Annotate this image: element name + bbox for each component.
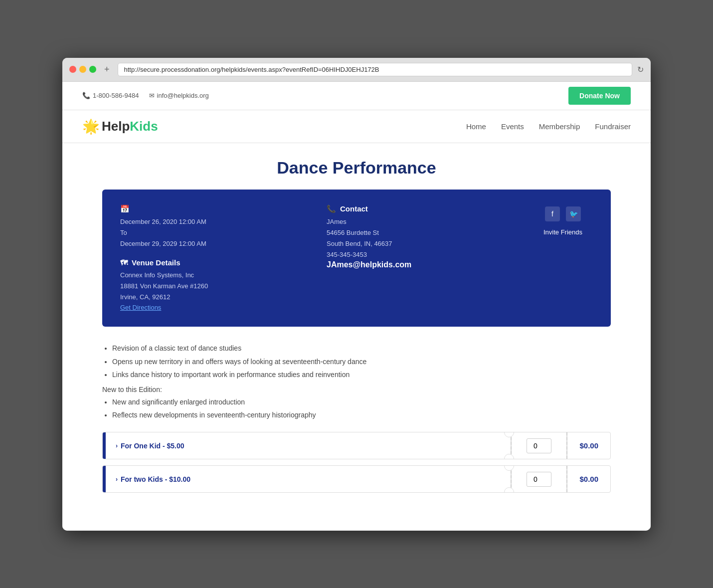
ticket-qty-1 (512, 438, 566, 453)
top-bar: 📞 1-800-586-9484 ✉ info@helpkids.org Don… (62, 82, 651, 110)
bullet-1: Revision of a classic text of dance stud… (112, 342, 611, 355)
map-icon: 🗺 (120, 258, 128, 267)
page-content: 📞 1-800-586-9484 ✉ info@helpkids.org Don… (62, 82, 651, 531)
date-end: December 29, 2029 12:00 AM (120, 238, 307, 249)
ticket-price-1: $0.00 (567, 432, 610, 459)
logo-help: Help (102, 119, 130, 134)
bullet-2: Opens up new territory in and offers way… (112, 355, 611, 369)
bullet-list: Revision of a classic text of dance stud… (102, 342, 611, 382)
new-tab-button[interactable]: + (101, 64, 113, 75)
logo-icon: 🌟 (82, 118, 100, 135)
email-contact: ✉ info@helpkids.org (149, 92, 209, 99)
social-icons: f 🐦 (545, 206, 581, 221)
traffic-lights (69, 66, 96, 73)
logo-text: HelpKids (102, 119, 158, 134)
venue-address1: 18881 Von Karman Ave #1260 (120, 281, 307, 292)
bullet-3: Links dance history to important work in… (112, 368, 611, 382)
phone-icon: 📞 (82, 92, 90, 99)
ticket-row-1: › For One Kid - $5.00 $0.00 (102, 432, 611, 459)
chevron-icon: › (116, 442, 118, 449)
contact-name: JAmes (327, 216, 513, 227)
bullet-5: Reflects new developments in seventeenth… (112, 408, 611, 422)
nav-bar: 🌟 HelpKids Home Events Membership Fundra… (62, 110, 651, 143)
minimize-button[interactable] (79, 66, 86, 73)
twitter-icon[interactable]: 🐦 (566, 206, 581, 221)
ticket-circle-bottom-2 (504, 487, 514, 493)
contact-title: 📞 Contact (327, 204, 513, 213)
ticket-label-2: › For two Kids - $10.00 (106, 466, 511, 492)
venue-address2: Irvine, CA, 92612 (120, 292, 307, 303)
donate-now-button[interactable]: Donate Now (568, 87, 631, 105)
date-section: 📅 (120, 204, 307, 213)
phone-contact: 📞 1-800-586-9484 (82, 92, 139, 99)
get-directions-link[interactable]: Get Directions (120, 304, 161, 311)
nav-events[interactable]: Events (501, 122, 524, 131)
nav-home[interactable]: Home (466, 122, 486, 131)
ticket-circle-bottom (504, 454, 514, 459)
info-card: 📅 December 26, 2020 12:00 AM To December… (102, 190, 611, 327)
contact-email: JAmes@helpkids.com (327, 260, 513, 269)
nav-fundraiser[interactable]: Fundraiser (595, 122, 631, 131)
close-button[interactable] (69, 66, 76, 73)
ticket-row-2: › For two Kids - $10.00 $0.00 (102, 465, 611, 493)
invite-friends[interactable]: Invite Friends (543, 228, 582, 236)
event-title: Dance Performance (102, 158, 611, 178)
social-col: f 🐦 Invite Friends (533, 204, 593, 312)
contact-addr2: South Bend, IN, 46637 (327, 238, 513, 249)
main-content: Dance Performance 📅 December 26, 2020 12… (62, 143, 651, 519)
url-text: http://secure.processdonation.org/helpki… (124, 66, 379, 73)
nav-links: Home Events Membership Fundraiser (466, 122, 631, 131)
facebook-icon[interactable]: f (545, 206, 560, 221)
ticket-qty-input-1[interactable] (527, 438, 551, 453)
logo-kids: Kids (130, 119, 158, 134)
browser-titlebar: + http://secure.processdonation.org/help… (62, 58, 651, 82)
browser-window: + http://secure.processdonation.org/help… (62, 58, 651, 531)
calendar-icon: 📅 (120, 204, 130, 213)
date-to: To (120, 227, 307, 238)
ticket-label-1: › For One Kid - $5.00 (106, 433, 511, 459)
ticket-qty-2 (512, 472, 566, 487)
venue-name: Connex Info Systems, Inc (120, 270, 307, 281)
chevron-icon-2: › (116, 476, 118, 483)
event-description: Revision of a classic text of dance stud… (102, 342, 611, 432)
contact-phone: 345-345-3453 (327, 249, 513, 260)
nav-membership[interactable]: Membership (539, 122, 580, 131)
reload-button[interactable]: ↻ (637, 65, 644, 74)
phone-number: 1-800-586-9484 (93, 92, 139, 99)
contact-addr1: 54656 Burdette St (327, 227, 513, 238)
email-icon: ✉ (149, 92, 155, 99)
bullet-4: New and significantly enlarged introduct… (112, 395, 611, 409)
date-start: December 26, 2020 12:00 AM (120, 216, 307, 227)
edition-label: New to this Edition: (102, 386, 611, 393)
bullet-list-2: New and significantly enlarged introduct… (102, 395, 611, 422)
logo: 🌟 HelpKids (82, 118, 158, 135)
phone-icon: 📞 (327, 204, 336, 213)
date-venue-col: 📅 December 26, 2020 12:00 AM To December… (120, 204, 307, 312)
email-address: info@helpkids.org (157, 92, 209, 99)
top-bar-left: 📞 1-800-586-9484 ✉ info@helpkids.org (82, 92, 209, 99)
ticket-qty-input-2[interactable] (527, 472, 551, 487)
ticket-price-2: $0.00 (567, 466, 610, 492)
address-bar[interactable]: http://secure.processdonation.org/helpki… (118, 63, 632, 76)
venue-title: 🗺 Venue Details (120, 258, 307, 267)
contact-col: 📞 Contact JAmes 54656 Burdette St South … (327, 204, 513, 312)
maximize-button[interactable] (89, 66, 96, 73)
